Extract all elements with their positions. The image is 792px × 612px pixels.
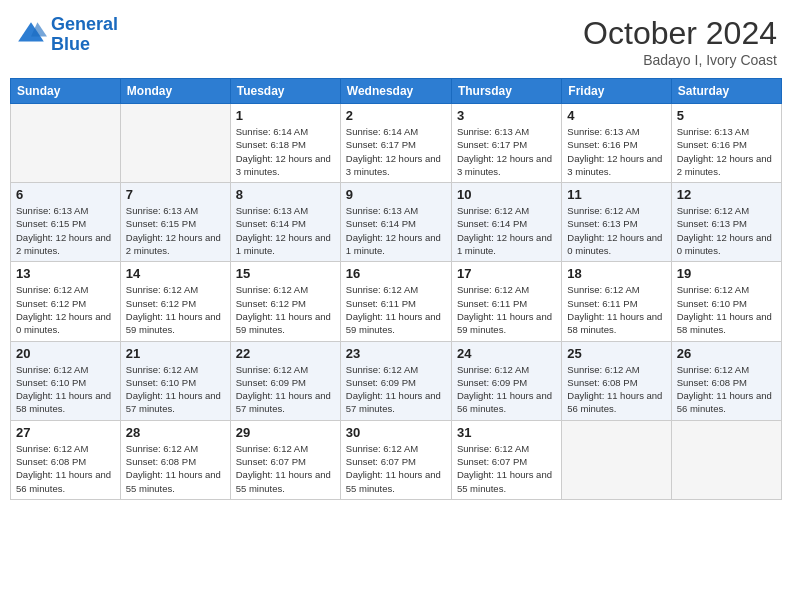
day-info: Sunrise: 6:12 AM Sunset: 6:08 PM Dayligh… xyxy=(677,363,776,416)
day-info: Sunrise: 6:12 AM Sunset: 6:08 PM Dayligh… xyxy=(567,363,665,416)
calendar-cell: 4Sunrise: 6:13 AM Sunset: 6:16 PM Daylig… xyxy=(562,104,671,183)
month-title: October 2024 xyxy=(583,15,777,52)
day-number: 21 xyxy=(126,346,225,361)
calendar-cell: 5Sunrise: 6:13 AM Sunset: 6:16 PM Daylig… xyxy=(671,104,781,183)
day-number: 10 xyxy=(457,187,556,202)
day-info: Sunrise: 6:12 AM Sunset: 6:10 PM Dayligh… xyxy=(126,363,225,416)
day-number: 3 xyxy=(457,108,556,123)
logo-icon xyxy=(15,19,47,51)
calendar-cell xyxy=(562,420,671,499)
day-info: Sunrise: 6:12 AM Sunset: 6:07 PM Dayligh… xyxy=(346,442,446,495)
calendar-cell: 22Sunrise: 6:12 AM Sunset: 6:09 PM Dayli… xyxy=(230,341,340,420)
day-number: 22 xyxy=(236,346,335,361)
day-info: Sunrise: 6:12 AM Sunset: 6:11 PM Dayligh… xyxy=(457,283,556,336)
page-header: General Blue October 2024 Badayo I, Ivor… xyxy=(10,10,782,68)
day-info: Sunrise: 6:12 AM Sunset: 6:11 PM Dayligh… xyxy=(567,283,665,336)
calendar-cell: 11Sunrise: 6:12 AM Sunset: 6:13 PM Dayli… xyxy=(562,183,671,262)
calendar-cell: 30Sunrise: 6:12 AM Sunset: 6:07 PM Dayli… xyxy=(340,420,451,499)
weekday-header-row: SundayMondayTuesdayWednesdayThursdayFrid… xyxy=(11,79,782,104)
day-info: Sunrise: 6:12 AM Sunset: 6:10 PM Dayligh… xyxy=(677,283,776,336)
weekday-header-sunday: Sunday xyxy=(11,79,121,104)
day-info: Sunrise: 6:14 AM Sunset: 6:17 PM Dayligh… xyxy=(346,125,446,178)
day-number: 6 xyxy=(16,187,115,202)
day-info: Sunrise: 6:12 AM Sunset: 6:07 PM Dayligh… xyxy=(457,442,556,495)
calendar-cell: 31Sunrise: 6:12 AM Sunset: 6:07 PM Dayli… xyxy=(451,420,561,499)
day-number: 23 xyxy=(346,346,446,361)
calendar-cell: 3Sunrise: 6:13 AM Sunset: 6:17 PM Daylig… xyxy=(451,104,561,183)
calendar-cell xyxy=(11,104,121,183)
day-number: 15 xyxy=(236,266,335,281)
day-info: Sunrise: 6:12 AM Sunset: 6:09 PM Dayligh… xyxy=(236,363,335,416)
day-info: Sunrise: 6:12 AM Sunset: 6:13 PM Dayligh… xyxy=(677,204,776,257)
calendar-cell: 8Sunrise: 6:13 AM Sunset: 6:14 PM Daylig… xyxy=(230,183,340,262)
title-block: October 2024 Badayo I, Ivory Coast xyxy=(583,15,777,68)
day-info: Sunrise: 6:13 AM Sunset: 6:14 PM Dayligh… xyxy=(236,204,335,257)
day-info: Sunrise: 6:12 AM Sunset: 6:09 PM Dayligh… xyxy=(346,363,446,416)
day-info: Sunrise: 6:13 AM Sunset: 6:15 PM Dayligh… xyxy=(126,204,225,257)
day-number: 14 xyxy=(126,266,225,281)
day-info: Sunrise: 6:12 AM Sunset: 6:14 PM Dayligh… xyxy=(457,204,556,257)
calendar-cell: 25Sunrise: 6:12 AM Sunset: 6:08 PM Dayli… xyxy=(562,341,671,420)
week-row-3: 13Sunrise: 6:12 AM Sunset: 6:12 PM Dayli… xyxy=(11,262,782,341)
day-info: Sunrise: 6:13 AM Sunset: 6:14 PM Dayligh… xyxy=(346,204,446,257)
day-number: 31 xyxy=(457,425,556,440)
calendar-cell xyxy=(671,420,781,499)
logo: General Blue xyxy=(15,15,118,55)
day-number: 5 xyxy=(677,108,776,123)
day-info: Sunrise: 6:13 AM Sunset: 6:16 PM Dayligh… xyxy=(567,125,665,178)
calendar-cell: 6Sunrise: 6:13 AM Sunset: 6:15 PM Daylig… xyxy=(11,183,121,262)
calendar-cell: 29Sunrise: 6:12 AM Sunset: 6:07 PM Dayli… xyxy=(230,420,340,499)
calendar-cell: 9Sunrise: 6:13 AM Sunset: 6:14 PM Daylig… xyxy=(340,183,451,262)
calendar-cell: 18Sunrise: 6:12 AM Sunset: 6:11 PM Dayli… xyxy=(562,262,671,341)
day-number: 16 xyxy=(346,266,446,281)
calendar-cell: 19Sunrise: 6:12 AM Sunset: 6:10 PM Dayli… xyxy=(671,262,781,341)
day-number: 24 xyxy=(457,346,556,361)
day-info: Sunrise: 6:12 AM Sunset: 6:11 PM Dayligh… xyxy=(346,283,446,336)
calendar-cell: 2Sunrise: 6:14 AM Sunset: 6:17 PM Daylig… xyxy=(340,104,451,183)
day-info: Sunrise: 6:12 AM Sunset: 6:12 PM Dayligh… xyxy=(16,283,115,336)
day-info: Sunrise: 6:13 AM Sunset: 6:16 PM Dayligh… xyxy=(677,125,776,178)
calendar-cell: 23Sunrise: 6:12 AM Sunset: 6:09 PM Dayli… xyxy=(340,341,451,420)
day-number: 4 xyxy=(567,108,665,123)
calendar-cell: 1Sunrise: 6:14 AM Sunset: 6:18 PM Daylig… xyxy=(230,104,340,183)
day-number: 28 xyxy=(126,425,225,440)
weekday-header-thursday: Thursday xyxy=(451,79,561,104)
day-number: 25 xyxy=(567,346,665,361)
day-info: Sunrise: 6:13 AM Sunset: 6:17 PM Dayligh… xyxy=(457,125,556,178)
day-info: Sunrise: 6:12 AM Sunset: 6:13 PM Dayligh… xyxy=(567,204,665,257)
calendar-cell: 26Sunrise: 6:12 AM Sunset: 6:08 PM Dayli… xyxy=(671,341,781,420)
calendar-cell: 21Sunrise: 6:12 AM Sunset: 6:10 PM Dayli… xyxy=(120,341,230,420)
day-number: 9 xyxy=(346,187,446,202)
day-number: 1 xyxy=(236,108,335,123)
calendar-cell: 15Sunrise: 6:12 AM Sunset: 6:12 PM Dayli… xyxy=(230,262,340,341)
day-number: 26 xyxy=(677,346,776,361)
day-number: 27 xyxy=(16,425,115,440)
day-number: 17 xyxy=(457,266,556,281)
day-info: Sunrise: 6:12 AM Sunset: 6:07 PM Dayligh… xyxy=(236,442,335,495)
day-number: 29 xyxy=(236,425,335,440)
calendar-cell: 20Sunrise: 6:12 AM Sunset: 6:10 PM Dayli… xyxy=(11,341,121,420)
calendar-cell: 16Sunrise: 6:12 AM Sunset: 6:11 PM Dayli… xyxy=(340,262,451,341)
day-info: Sunrise: 6:12 AM Sunset: 6:08 PM Dayligh… xyxy=(16,442,115,495)
day-number: 18 xyxy=(567,266,665,281)
calendar-cell: 7Sunrise: 6:13 AM Sunset: 6:15 PM Daylig… xyxy=(120,183,230,262)
calendar-cell xyxy=(120,104,230,183)
week-row-2: 6Sunrise: 6:13 AM Sunset: 6:15 PM Daylig… xyxy=(11,183,782,262)
calendar-cell: 28Sunrise: 6:12 AM Sunset: 6:08 PM Dayli… xyxy=(120,420,230,499)
weekday-header-monday: Monday xyxy=(120,79,230,104)
day-info: Sunrise: 6:12 AM Sunset: 6:12 PM Dayligh… xyxy=(236,283,335,336)
logo-text: General Blue xyxy=(51,15,118,55)
day-info: Sunrise: 6:13 AM Sunset: 6:15 PM Dayligh… xyxy=(16,204,115,257)
day-number: 7 xyxy=(126,187,225,202)
week-row-5: 27Sunrise: 6:12 AM Sunset: 6:08 PM Dayli… xyxy=(11,420,782,499)
calendar-table: SundayMondayTuesdayWednesdayThursdayFrid… xyxy=(10,78,782,500)
calendar-cell: 17Sunrise: 6:12 AM Sunset: 6:11 PM Dayli… xyxy=(451,262,561,341)
weekday-header-wednesday: Wednesday xyxy=(340,79,451,104)
day-number: 19 xyxy=(677,266,776,281)
calendar-cell: 12Sunrise: 6:12 AM Sunset: 6:13 PM Dayli… xyxy=(671,183,781,262)
location: Badayo I, Ivory Coast xyxy=(583,52,777,68)
day-info: Sunrise: 6:14 AM Sunset: 6:18 PM Dayligh… xyxy=(236,125,335,178)
calendar-cell: 13Sunrise: 6:12 AM Sunset: 6:12 PM Dayli… xyxy=(11,262,121,341)
weekday-header-tuesday: Tuesday xyxy=(230,79,340,104)
day-info: Sunrise: 6:12 AM Sunset: 6:08 PM Dayligh… xyxy=(126,442,225,495)
